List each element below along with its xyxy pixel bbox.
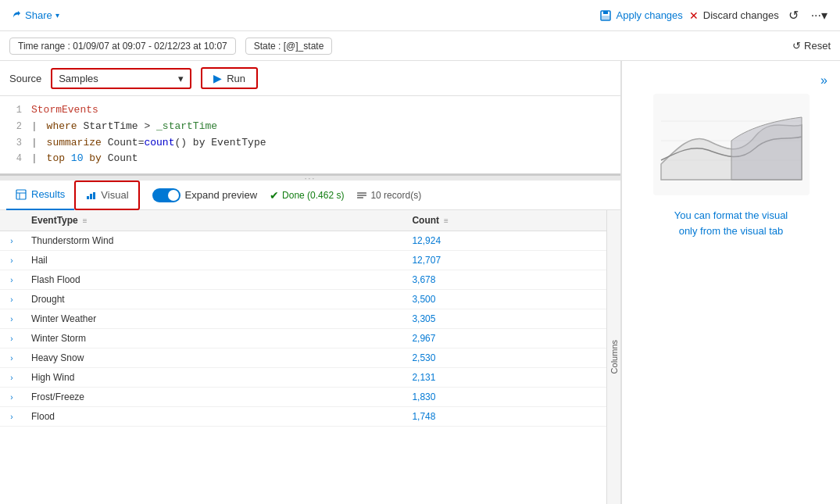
tabs-right-controls: Expand preview ✔ Done (0.462 s) 10 recor… <box>152 188 422 202</box>
state-filter[interactable]: State : [@]_state <box>245 38 333 55</box>
source-label: Source <box>9 73 41 84</box>
done-label: Done (0.462 s) <box>282 190 344 201</box>
apply-changes-button[interactable]: Apply changes <box>599 9 683 22</box>
expand-arrow-icon[interactable]: › <box>10 413 13 421</box>
tab-results[interactable]: Results <box>6 181 74 210</box>
expand-arrow-icon[interactable]: › <box>10 276 13 284</box>
data-table: EventType ≡ Count ≡ <box>0 210 606 427</box>
count-cell: 2,530 <box>404 349 606 368</box>
count-cell: 1,748 <box>404 407 606 427</box>
table-header-row: EventType ≡ Count ≡ <box>0 210 606 231</box>
toggle-switch[interactable] <box>152 188 181 202</box>
time-range-filter[interactable]: Time range : 01/09/07 at 09:07 - 02/12/2… <box>9 38 236 55</box>
count-cell: 2,967 <box>404 329 606 349</box>
table-row: › Flood 1,748 <box>0 407 606 427</box>
apply-changes-label: Apply changes <box>617 9 683 21</box>
results-area: Results Visual Expand preview <box>0 181 620 504</box>
records-icon <box>356 190 367 201</box>
count-cell: 3,500 <box>404 290 606 309</box>
expand-cell[interactable]: › <box>0 251 23 270</box>
chart-note-link[interactable]: only from the visual tab <box>679 225 784 237</box>
expand-cell[interactable]: › <box>0 309 23 329</box>
refresh-button[interactable]: ↺ <box>785 5 802 26</box>
count-cell: 12,924 <box>404 231 606 251</box>
checkmark-icon: ✔ <box>270 189 279 202</box>
x-icon: ✕ <box>689 9 699 22</box>
expand-arrow-icon[interactable]: › <box>10 374 13 382</box>
event-type-cell: Frost/Freeze <box>23 388 404 407</box>
svg-rect-11 <box>357 197 363 198</box>
source-chevron-icon: ▾ <box>178 73 184 84</box>
right-panel: » You can format the visual <box>621 61 840 504</box>
tab-visual[interactable]: Visual <box>74 181 139 210</box>
table-row: › Drought 3,500 <box>0 290 606 309</box>
count-col-header[interactable]: Count ≡ <box>404 210 606 231</box>
expand-cell[interactable]: › <box>0 407 23 427</box>
data-table-container[interactable]: EventType ≡ Count ≡ <box>0 210 606 504</box>
table-row: › Winter Storm 2,967 <box>0 329 606 349</box>
share-icon <box>9 9 22 22</box>
source-value: Samples <box>59 73 98 84</box>
expand-cell[interactable]: › <box>0 349 23 368</box>
columns-strip[interactable]: Columns <box>606 210 620 504</box>
expand-cell[interactable]: › <box>0 368 23 388</box>
reset-label: Reset <box>804 40 831 52</box>
chart-preview <box>653 94 810 195</box>
svg-rect-10 <box>357 195 366 196</box>
expand-preview-toggle[interactable]: Expand preview <box>152 188 258 202</box>
state-label: State : [@]_state <box>254 41 324 52</box>
expand-col-header <box>0 210 23 231</box>
tabs-row: Results Visual Expand preview <box>0 181 620 210</box>
expand-arrow-icon[interactable]: › <box>10 315 13 323</box>
discard-changes-button[interactable]: ✕ Discard changes <box>689 9 779 22</box>
expand-right-button[interactable]: » <box>820 73 827 88</box>
count-cell: 3,305 <box>404 309 606 329</box>
expand-cell[interactable]: › <box>0 270 23 290</box>
code-editor[interactable]: 1 StormEvents 2 | where StartTime > _sta… <box>0 96 620 176</box>
expand-arrow-icon[interactable]: › <box>10 237 13 245</box>
expand-cell[interactable]: › <box>0 231 23 251</box>
expand-arrow-icon[interactable]: › <box>10 295 13 304</box>
chart-note: You can format the visual only from the … <box>674 208 788 238</box>
code-line-4: 4 | top 10 by Count <box>0 151 620 167</box>
svg-rect-1 <box>603 11 608 14</box>
table-row: › Frost/Freeze 1,830 <box>0 388 606 407</box>
bar-chart-icon <box>85 190 96 201</box>
toolbar-right: Apply changes ✕ Discard changes ↺ ···▾ <box>599 5 831 26</box>
chart-svg <box>653 94 810 195</box>
svg-rect-7 <box>90 194 92 199</box>
expand-arrow-icon[interactable]: › <box>10 393 13 402</box>
records-label: 10 record(s) <box>370 190 421 201</box>
expand-arrow-icon[interactable]: › <box>10 256 13 265</box>
event-type-cell: Flood <box>23 407 404 427</box>
table-row: › Hail 12,707 <box>0 251 606 270</box>
run-button[interactable]: ▶ Run <box>201 67 258 89</box>
event-type-cell: Winter Storm <box>23 329 404 349</box>
svg-rect-2 <box>602 16 609 20</box>
event-type-col-header[interactable]: EventType ≡ <box>23 210 404 231</box>
expand-preview-label: Expand preview <box>185 189 258 201</box>
toggle-knob <box>168 190 179 201</box>
source-bar: Source Samples ▾ ▶ Run <box>0 61 620 96</box>
records-badge: 10 record(s) <box>356 190 421 201</box>
count-col-menu[interactable]: ≡ <box>444 216 449 225</box>
expand-cell[interactable]: › <box>0 329 23 349</box>
results-tab-label: Results <box>31 188 65 200</box>
discard-changes-label: Discard changes <box>703 9 779 21</box>
more-options-button[interactable]: ···▾ <box>808 5 831 26</box>
run-label: Run <box>227 73 245 84</box>
filter-bar-right: ↺ Reset <box>792 40 831 52</box>
event-type-col-menu[interactable]: ≡ <box>83 216 88 225</box>
share-button[interactable]: Share ▾ <box>9 9 59 22</box>
table-row: › Heavy Snow 2,530 <box>0 349 606 368</box>
expand-cell[interactable]: › <box>0 388 23 407</box>
expand-arrow-icon[interactable]: › <box>10 334 13 343</box>
table-icon <box>16 189 27 200</box>
expand-cell[interactable]: › <box>0 290 23 309</box>
source-dropdown[interactable]: Samples ▾ <box>51 68 191 89</box>
reset-button[interactable]: ↺ Reset <box>792 40 831 52</box>
expand-arrow-icon[interactable]: › <box>10 354 13 363</box>
count-cell: 2,131 <box>404 368 606 388</box>
table-row: › High Wind 2,131 <box>0 368 606 388</box>
table-row: › Winter Weather 3,305 <box>0 309 606 329</box>
